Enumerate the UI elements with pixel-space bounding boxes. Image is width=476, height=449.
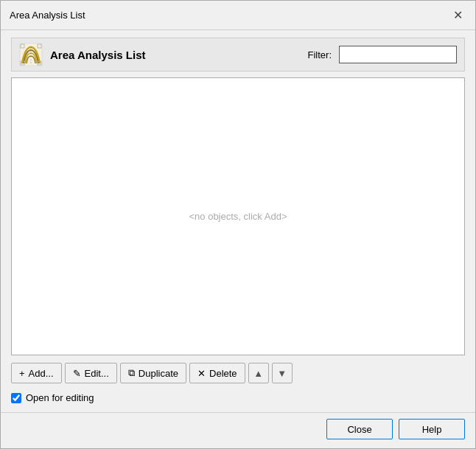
list-area: <no objects, click Add> [11, 77, 465, 355]
edit-button[interactable]: ✎ Edit... [65, 363, 117, 383]
title-bar: Area Analysis List ✕ [1, 1, 475, 30]
dialog-body: Area Analysis List Filter: <no objects, … [1, 30, 475, 412]
dialog-window: Area Analysis List ✕ Ar [0, 0, 476, 449]
header-title: Area Analysis List [50, 49, 301, 61]
move-down-icon: ▼ [277, 368, 287, 379]
open-for-editing-checkbox[interactable] [11, 393, 21, 403]
window-title: Area Analysis List [10, 10, 85, 21]
delete-button[interactable]: ✕ Delete [189, 363, 245, 383]
delete-label: Delete [209, 368, 237, 379]
add-icon: + [19, 368, 25, 379]
move-up-icon: ▲ [253, 368, 263, 379]
close-button[interactable]: Close [326, 419, 393, 439]
filter-input[interactable] [339, 46, 457, 63]
toolbar: + Add... ✎ Edit... ⧉ Duplicate ✕ Delete … [11, 361, 465, 385]
duplicate-button[interactable]: ⧉ Duplicate [120, 363, 186, 383]
dialog-footer: Close Help [1, 412, 475, 448]
edit-label: Edit... [85, 368, 109, 379]
duplicate-label: Duplicate [139, 368, 178, 379]
area-analysis-icon [19, 43, 43, 66]
move-down-button[interactable]: ▼ [272, 363, 293, 383]
delete-icon: ✕ [197, 368, 206, 379]
filter-label: Filter: [308, 49, 332, 60]
empty-message: <no objects, click Add> [189, 211, 287, 222]
open-for-editing-label: Open for editing [26, 392, 94, 403]
edit-icon: ✎ [73, 368, 81, 379]
duplicate-icon: ⧉ [128, 367, 135, 379]
header-bar: Area Analysis List Filter: [11, 38, 465, 72]
move-up-button[interactable]: ▲ [248, 363, 269, 383]
add-label: Add... [29, 368, 54, 379]
window-close-button[interactable]: ✕ [449, 7, 466, 24]
add-button[interactable]: + Add... [11, 363, 62, 383]
help-button[interactable]: Help [399, 419, 465, 439]
open-for-editing-row: Open for editing [11, 391, 465, 405]
